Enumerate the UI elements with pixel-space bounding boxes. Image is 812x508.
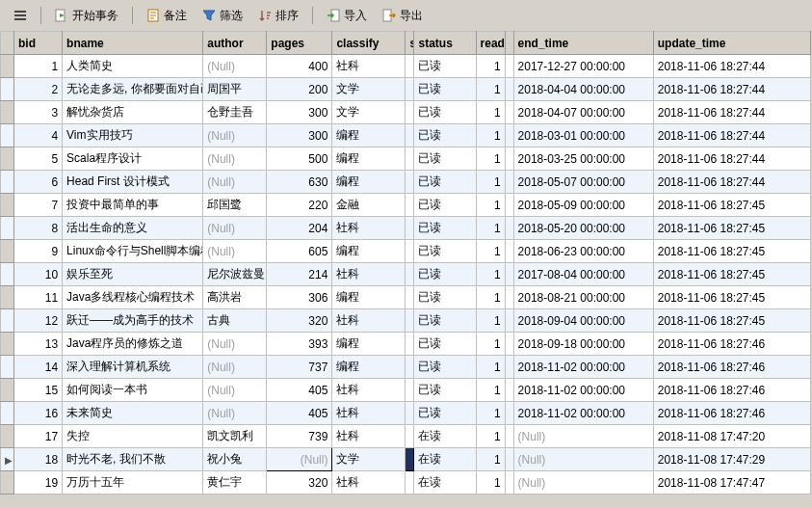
- cell-bname[interactable]: 娱乐至死: [63, 263, 203, 286]
- cell-pages[interactable]: (Null): [267, 448, 332, 471]
- cell-gap[interactable]: [505, 448, 513, 471]
- cell-bname[interactable]: Vim实用技巧: [63, 124, 203, 147]
- cell-update-time[interactable]: 2018-11-06 18:27:44: [653, 171, 810, 194]
- table-row[interactable]: 9Linux命令行与Shell脚本编程(Null)605编程已读12018-06…: [1, 240, 811, 263]
- cell-bname[interactable]: 深入理解计算机系统: [63, 356, 203, 379]
- cell-update-time[interactable]: 2018-11-06 18:27:45: [653, 309, 810, 333]
- cell-pages[interactable]: 300: [267, 124, 332, 147]
- table-row[interactable]: 11Java多线程核心编程技术高洪岩306编程已读12018-08-21 00:…: [1, 286, 811, 309]
- cell-update-time[interactable]: 2018-11-06 18:27:46: [653, 402, 810, 425]
- cell-gap[interactable]: [505, 101, 513, 124]
- cell-read[interactable]: 1: [476, 171, 505, 194]
- cell-read[interactable]: 1: [476, 147, 505, 171]
- table-row[interactable]: 6Head First 设计模式(Null)630编程已读12018-05-07…: [1, 171, 811, 194]
- cell-author[interactable]: 仓野圭吾: [203, 101, 267, 124]
- note-button[interactable]: 备注: [141, 6, 193, 26]
- cell-read[interactable]: 1: [476, 194, 505, 217]
- row-header[interactable]: [1, 333, 14, 356]
- cell-status[interactable]: 已读: [414, 171, 476, 194]
- cell-classify[interactable]: 社科: [332, 471, 406, 495]
- cell-update-time[interactable]: 2018-11-08 17:47:20: [653, 425, 810, 448]
- table-row[interactable]: 4Vim实用技巧(Null)300编程已读12018-03-01 00:00:0…: [1, 124, 811, 147]
- cell-bname[interactable]: 时光不老, 我们不散: [63, 448, 203, 471]
- cell-pages[interactable]: 737: [267, 356, 332, 379]
- cell-author[interactable]: 古典: [203, 309, 267, 333]
- cell-bname[interactable]: 万历十五年: [63, 471, 203, 495]
- cell-author[interactable]: (Null): [203, 124, 267, 147]
- cell-classify[interactable]: 编程: [332, 124, 406, 147]
- cell-author[interactable]: (Null): [203, 379, 267, 402]
- cell-classify[interactable]: 编程: [332, 147, 406, 171]
- cell-status[interactable]: 已读: [414, 124, 476, 147]
- cell-bname[interactable]: Java多线程核心编程技术: [63, 286, 203, 309]
- cell-read[interactable]: 1: [476, 471, 505, 495]
- cell-bid[interactable]: 6: [14, 171, 63, 194]
- cell-end-time[interactable]: (Null): [513, 425, 653, 448]
- cell-gap[interactable]: [505, 217, 513, 240]
- sort-button[interactable]: 排序: [252, 6, 304, 26]
- table-row[interactable]: 10娱乐至死尼尔波兹曼214社科已读12017-08-04 00:00:0020…: [1, 263, 811, 286]
- cell-gap[interactable]: [505, 194, 513, 217]
- cell-author[interactable]: 邱国鹭: [203, 194, 267, 217]
- cell-gap[interactable]: [505, 309, 513, 333]
- cell-read[interactable]: 1: [476, 240, 505, 263]
- cell-gap[interactable]: [505, 240, 513, 263]
- cell-read[interactable]: 1: [476, 402, 505, 425]
- cell-classify[interactable]: 社科: [332, 402, 406, 425]
- cell-read[interactable]: 1: [476, 124, 505, 147]
- cell-author[interactable]: 黄仁宇: [203, 471, 267, 495]
- cell-read[interactable]: 1: [476, 379, 505, 402]
- cell-end-time[interactable]: (Null): [513, 471, 653, 495]
- cell-end-time[interactable]: 2018-05-20 00:00:00: [513, 217, 653, 240]
- cell-end-time[interactable]: 2018-11-02 00:00:00: [513, 379, 653, 402]
- cell-status[interactable]: 已读: [414, 194, 476, 217]
- cell-status[interactable]: 在读: [414, 425, 476, 448]
- cell-gap[interactable]: [505, 147, 513, 171]
- cell-gap[interactable]: [505, 402, 513, 425]
- cell-author[interactable]: (Null): [203, 147, 267, 171]
- cell-s[interactable]: [406, 402, 414, 425]
- row-header[interactable]: [1, 240, 14, 263]
- cell-end-time[interactable]: 2018-05-07 00:00:00: [513, 171, 653, 194]
- row-header-corner[interactable]: [1, 32, 14, 55]
- row-header[interactable]: [1, 286, 14, 309]
- table-row[interactable]: 5Scala程序设计(Null)500编程已读12018-03-25 00:00…: [1, 147, 811, 171]
- table-row[interactable]: 15如何阅读一本书(Null)405社科已读12018-11-02 00:00:…: [1, 379, 811, 402]
- cell-bname[interactable]: 解忧杂货店: [63, 101, 203, 124]
- row-header[interactable]: [1, 217, 14, 240]
- cell-update-time[interactable]: 2018-11-06 18:27:45: [653, 240, 810, 263]
- cell-update-time[interactable]: 2018-11-06 18:27:44: [653, 147, 810, 171]
- cell-read[interactable]: 1: [476, 55, 505, 78]
- table-row[interactable]: 12跃迁——成为高手的技术古典320社科已读12018-09-04 00:00:…: [1, 309, 811, 333]
- cell-gap[interactable]: [505, 356, 513, 379]
- cell-pages[interactable]: 605: [267, 240, 332, 263]
- cell-gap[interactable]: [505, 263, 513, 286]
- cell-update-time[interactable]: 2018-11-06 18:27:44: [653, 101, 810, 124]
- col-author[interactable]: author: [203, 32, 267, 55]
- table-row[interactable]: 14深入理解计算机系统(Null)737编程已读12018-11-02 00:0…: [1, 356, 811, 379]
- cell-s[interactable]: [406, 333, 414, 356]
- cell-end-time[interactable]: 2018-11-02 00:00:00: [513, 402, 653, 425]
- cell-s[interactable]: [406, 425, 414, 448]
- cell-s[interactable]: [406, 448, 414, 471]
- cell-pages[interactable]: 393: [267, 333, 332, 356]
- cell-pages[interactable]: 630: [267, 171, 332, 194]
- cell-update-time[interactable]: 2018-11-06 18:27:46: [653, 356, 810, 379]
- cell-read[interactable]: 1: [476, 286, 505, 309]
- cell-classify[interactable]: 编程: [332, 333, 406, 356]
- cell-read[interactable]: 1: [476, 78, 505, 101]
- cell-s[interactable]: [406, 171, 414, 194]
- cell-gap[interactable]: [505, 124, 513, 147]
- cell-end-time[interactable]: 2018-03-25 00:00:00: [513, 147, 653, 171]
- cell-s[interactable]: [406, 356, 414, 379]
- table-row[interactable]: 7投资中最简单的事邱国鹭220金融已读12018-05-09 00:00:002…: [1, 194, 811, 217]
- cell-update-time[interactable]: 2018-11-06 18:27:44: [653, 78, 810, 101]
- col-s[interactable]: s: [406, 32, 414, 55]
- cell-classify[interactable]: 文学: [332, 78, 406, 101]
- cell-classify[interactable]: 社科: [332, 263, 406, 286]
- row-header[interactable]: [1, 309, 14, 333]
- table-row[interactable]: 8活出生命的意义(Null)204社科已读12018-05-20 00:00:0…: [1, 217, 811, 240]
- cell-gap[interactable]: [505, 286, 513, 309]
- cell-author[interactable]: (Null): [203, 356, 267, 379]
- cell-bid[interactable]: 10: [14, 263, 63, 286]
